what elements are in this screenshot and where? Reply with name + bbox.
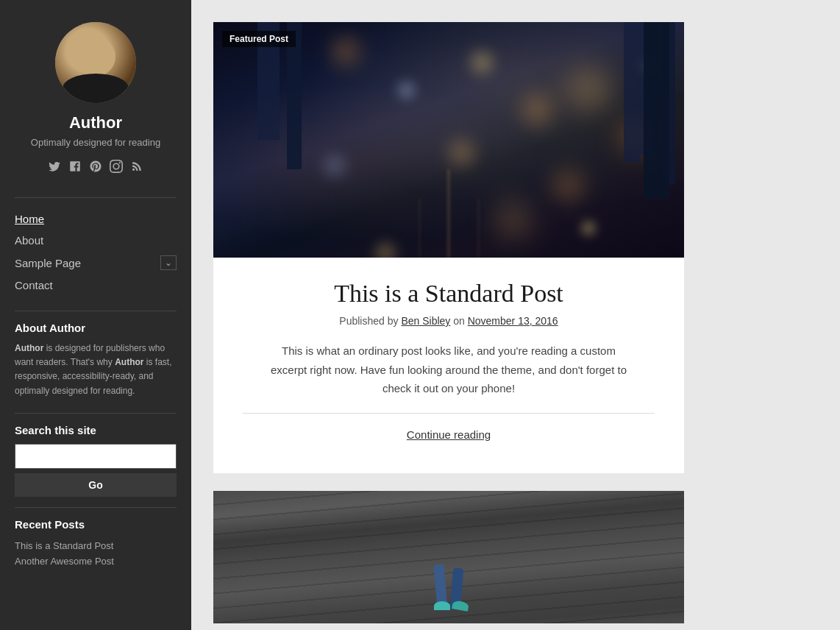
nav-label-sample-page: Sample Page <box>15 257 81 269</box>
post-body-1: This is a Standard Post Published by Ben… <box>213 258 684 473</box>
post-card-2 <box>213 491 684 623</box>
city-night-image <box>213 22 684 258</box>
recent-post-1[interactable]: This is a Standard Post <box>15 538 177 553</box>
nav-item-home[interactable]: Home <box>15 208 177 230</box>
post-excerpt-1: This is what an ordinary post looks like… <box>265 341 633 398</box>
recent-posts-list: This is a Standard Post Another Awesome … <box>15 538 177 569</box>
post-card-1: Featured Post This is a Standard Post Pu… <box>213 22 684 473</box>
twitter-icon[interactable] <box>48 160 61 177</box>
continue-reading-link[interactable]: Continue reading <box>407 428 491 456</box>
nav-list: Home About Sample Page ⌄ Contact <box>15 208 177 296</box>
post-date-link[interactable]: November 13, 2016 <box>468 315 558 327</box>
divider-4 <box>15 507 177 508</box>
nav-item-sample-page[interactable]: Sample Page ⌄ <box>15 251 177 275</box>
post-divider-1 <box>243 413 655 414</box>
pinterest-icon[interactable] <box>89 160 102 177</box>
avatar <box>55 22 136 103</box>
meta-date-prefix: on <box>453 315 467 327</box>
recent-post-2[interactable]: Another Awesome Post <box>15 553 177 569</box>
avatar-image <box>55 22 136 103</box>
search-widget-title: Search this site <box>15 424 177 436</box>
divider-2 <box>15 311 177 311</box>
post-featured-image: Featured Post <box>213 22 684 258</box>
nav-link-about[interactable]: About <box>15 230 177 251</box>
recent-post-link-2[interactable]: Another Awesome Post <box>15 553 177 569</box>
rss-icon[interactable] <box>130 160 143 177</box>
about-widget-text: Author is designed for publishers who wa… <box>15 341 177 398</box>
nav-link-contact[interactable]: Contact <box>15 275 177 296</box>
chevron-down-icon[interactable]: ⌄ <box>160 255 177 270</box>
author-name: Author <box>69 113 122 132</box>
nav-link-sample-page[interactable]: Sample Page ⌄ <box>15 251 177 275</box>
post-featured-image-2 <box>213 491 684 623</box>
meta-prefix: Published by <box>339 315 398 327</box>
main-content: Featured Post This is a Standard Post Pu… <box>191 0 840 630</box>
about-text-bold2: Author <box>115 357 143 367</box>
featured-badge: Featured Post <box>222 31 296 47</box>
nav-item-about[interactable]: About <box>15 230 177 251</box>
search-button[interactable]: Go <box>15 473 177 497</box>
post-meta-1: Published by Ben Sibley on November 13, … <box>243 315 655 327</box>
nav-item-contact[interactable]: Contact <box>15 275 177 296</box>
facebook-icon[interactable] <box>68 160 82 177</box>
nav-link-home[interactable]: Home <box>15 208 177 230</box>
about-widget-title: About Author <box>15 322 177 334</box>
recent-post-link-1[interactable]: This is a Standard Post <box>15 538 177 553</box>
about-text-bold: Author <box>15 343 43 353</box>
author-tagline: Optimally designed for reading <box>31 137 160 148</box>
divider-3 <box>15 413 177 414</box>
search-input[interactable] <box>15 444 177 469</box>
social-icons-group <box>48 160 143 177</box>
sidebar: Author Optimally designed for reading Ho… <box>0 0 191 630</box>
recent-posts-title: Recent Posts <box>15 518 177 531</box>
divider-1 <box>15 197 177 198</box>
post-title-1: This is a Standard Post <box>243 280 655 308</box>
instagram-icon[interactable] <box>110 160 123 177</box>
post-author-link[interactable]: Ben Sibley <box>401 315 450 327</box>
